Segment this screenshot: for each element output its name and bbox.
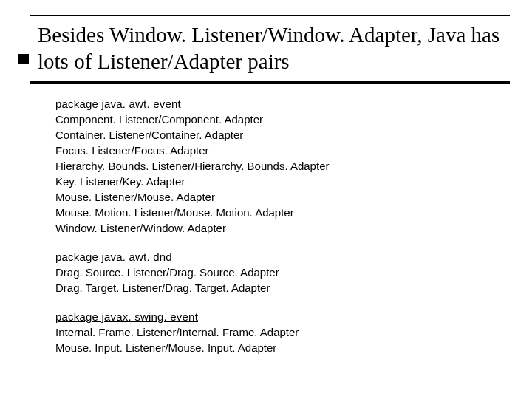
top-border-line	[30, 15, 510, 16]
package-heading: package javax. swing. event	[55, 310, 510, 323]
pair-item: Mouse. Listener/Mouse. Adapter	[55, 189, 510, 205]
pair-item: Mouse. Input. Listener/Mouse. Input. Ada…	[55, 340, 510, 355]
pair-item: Hierarchy. Bounds. Listener/Hierarchy. B…	[55, 158, 510, 174]
pair-item: Window. Listener/Window. Adapter	[55, 220, 510, 236]
title-underline-bar	[30, 81, 510, 84]
pair-item: Mouse. Motion. Listener/Mouse. Motion. A…	[55, 205, 510, 220]
pair-item: Key. Listener/Key. Adapter	[55, 174, 510, 189]
pair-item: Container. Listener/Container. Adapter	[55, 127, 510, 143]
pair-item: Component. Listener/Component. Adapter	[55, 112, 510, 127]
pair-item: Drag. Source. Listener/Drag. Source. Ada…	[55, 265, 510, 280]
pair-item: Internal. Frame. Listener/Internal. Fram…	[55, 324, 510, 340]
pair-item: Focus. Listener/Focus. Adapter	[55, 143, 510, 158]
pair-list: Drag. Source. Listener/Drag. Source. Ada…	[55, 265, 510, 296]
package-heading: package java. awt. event	[55, 98, 510, 110]
pair-list: Component. Listener/Component. Adapter C…	[55, 112, 510, 236]
pair-item: Drag. Target. Listener/Drag. Target. Ada…	[55, 280, 510, 296]
slide-title-block: Besides Window. Listener/Window. Adapter…	[18, 21, 510, 75]
package-heading: package java. awt. dnd	[55, 250, 510, 263]
title-bullet-square	[18, 54, 29, 64]
pair-list: Internal. Frame. Listener/Internal. Fram…	[55, 324, 510, 355]
slide-content: package java. awt. event Component. List…	[18, 98, 510, 355]
slide-title: Besides Window. Listener/Window. Adapter…	[38, 21, 510, 75]
